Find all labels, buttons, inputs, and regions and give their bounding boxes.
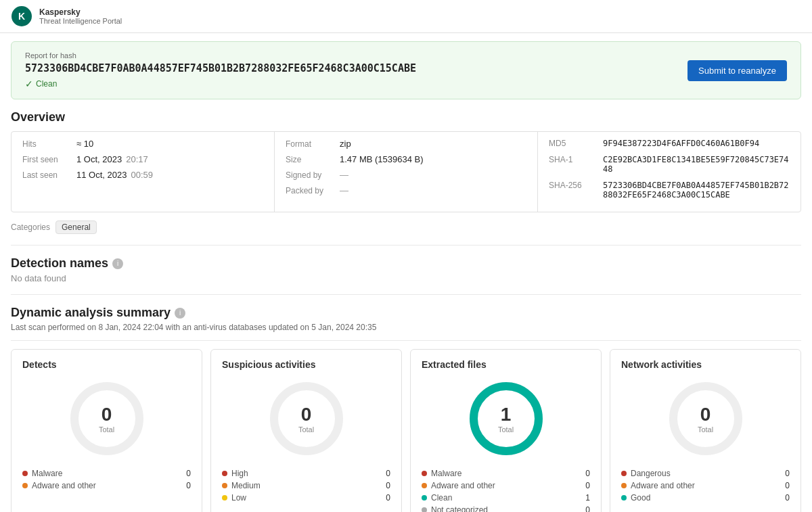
packed-label: Packed by <box>286 186 340 195</box>
legend-item-detects-0: Malware 0 <box>22 469 191 478</box>
donut-label-suspicious: Total <box>298 425 314 434</box>
dynamic-info-icon[interactable]: i <box>175 308 185 319</box>
sha256-value: 5723306BD4CBE7F0AB0A44857EF745B01B2B7288… <box>603 181 790 200</box>
donut-wrap-suspicious: 0 Total <box>266 378 347 459</box>
categories-row: Categories General <box>11 220 801 234</box>
overview-grid: Hits ≈ 10 First seen 1 Oct, 2023 20:17 L… <box>11 131 801 212</box>
status-text: Clean <box>36 79 57 89</box>
donut-container-suspicious: 0 Total <box>222 378 390 459</box>
overview-hits-row: Hits ≈ 10 <box>22 139 263 149</box>
format-label: Format <box>286 139 340 149</box>
format-value: zip <box>340 139 351 149</box>
categories-label: Categories <box>11 223 50 232</box>
legend-item-network-0: Dangerous 0 <box>621 469 790 478</box>
donut-label-detects: Total <box>99 425 114 434</box>
legend-item-extracted-2: Clean 1 <box>422 493 590 503</box>
donut-container-extracted: 1 Total <box>422 378 590 459</box>
legend-extracted: Malware 0 Adware and other 0 Clean <box>422 469 590 512</box>
donut-number-suspicious: 0 <box>298 404 314 425</box>
hits-label: Hits <box>22 139 76 149</box>
header-brand: Kaspersky <box>39 7 122 17</box>
legend-name-network-0: Dangerous <box>631 469 671 478</box>
overview-md5-row: MD5 9F94E387223D4F6AFFD0C460A61B0F94 <box>549 139 790 148</box>
legend-item-extracted-0: Malware 0 <box>422 469 590 478</box>
donut-label-extracted: Total <box>498 425 514 434</box>
category-tag-general: General <box>55 220 97 234</box>
size-label: Size <box>286 155 340 164</box>
firstseen-time: 20:17 <box>126 154 148 164</box>
donut-number-network: 0 <box>698 404 713 425</box>
legend-dot-network-0 <box>621 471 627 476</box>
legend-left-extracted-1: Adware and other <box>422 481 495 490</box>
donut-center-detects: 0 Total <box>99 404 114 434</box>
legend-count-network-1: 0 <box>785 481 790 490</box>
card-suspicious: Suspicious activities 0 Total High <box>210 349 402 512</box>
legend-left-extracted-0: Malware <box>422 469 461 478</box>
overview-lastseen-row: Last seen 11 Oct, 2023 00:59 <box>22 170 263 180</box>
legend-item-suspicious-0: High 0 <box>222 469 390 478</box>
detection-info-icon[interactable]: i <box>112 258 123 269</box>
legend-item-suspicious-2: Low 0 <box>222 493 390 503</box>
legend-count-extracted-2: 1 <box>585 493 590 503</box>
overview-title: Overview <box>11 110 801 124</box>
donut-number-detects: 0 <box>99 404 114 425</box>
legend-dot-extracted-2 <box>422 495 427 501</box>
legend-count-network-0: 0 <box>785 469 790 478</box>
report-hash: 5723306BD4CBE7F0AB0A44857EF745B01B2B7288… <box>25 62 416 74</box>
overview-col-left: Hits ≈ 10 First seen 1 Oct, 2023 20:17 L… <box>12 132 274 212</box>
legend-left-suspicious-0: High <box>222 469 248 478</box>
submit-reanalyze-button[interactable]: Submit to reanalyze <box>687 60 787 81</box>
legend-count-suspicious-1: 0 <box>386 481 390 490</box>
firstseen-label: First seen <box>22 155 76 164</box>
signed-label: Signed by <box>286 170 340 180</box>
legend-dot-network-2 <box>621 495 627 501</box>
overview-sha256-row: SHA-256 5723306BD4CBE7F0AB0A44857EF745B0… <box>549 181 790 200</box>
legend-count-extracted-3: 0 <box>585 505 590 512</box>
sha1-label: SHA-1 <box>549 155 603 164</box>
legend-name-extracted-3: Not categorized <box>431 505 488 512</box>
legend-item-detects-1: Adware and other 0 <box>22 481 191 490</box>
legend-left-suspicious-2: Low <box>222 493 246 503</box>
header-subtitle: Threat Intelligence Portal <box>39 17 122 25</box>
overview-signed-row: Signed by — <box>286 170 526 180</box>
overview-size-row: Size 1.47 MB (1539634 B) <box>286 154 526 164</box>
legend-left-suspicious-1: Medium <box>222 481 261 490</box>
legend-count-detects-1: 0 <box>186 481 191 490</box>
legend-left-extracted-3: Not categorized <box>422 505 488 512</box>
report-label: Report for hash <box>25 51 416 60</box>
card-title-network: Network activities <box>621 359 790 370</box>
legend-left-network-1: Adware and other <box>621 481 695 490</box>
legend-left-network-0: Dangerous <box>621 469 671 478</box>
donut-container-network: 0 Total <box>621 378 790 459</box>
dynamic-title: Dynamic analysis summary <box>11 306 171 320</box>
legend-name-network-2: Good <box>631 493 650 503</box>
legend-suspicious: High 0 Medium 0 Low <box>222 469 390 503</box>
kaspersky-logo: K <box>11 5 32 27</box>
legend-name-suspicious-0: High <box>231 469 248 478</box>
legend-left-detects-0: Malware <box>22 469 62 478</box>
legend-item-network-1: Adware and other 0 <box>621 481 790 490</box>
detection-title-row: Detection names i <box>11 256 801 271</box>
card-title-suspicious: Suspicious activities <box>222 359 390 370</box>
legend-left-network-2: Good <box>621 493 650 503</box>
hits-value: ≈ 10 <box>76 139 93 149</box>
legend-count-suspicious-2: 0 <box>386 493 390 503</box>
legend-name-extracted-0: Malware <box>431 469 461 478</box>
sha1-value: C2E92BCA3D1FE8C1341BE5E59F720845C73E7448 <box>603 155 790 174</box>
packed-value: — <box>340 185 348 195</box>
cards-row: Detects 0 Total Malware <box>11 349 801 512</box>
legend-dot-suspicious-1 <box>222 483 227 488</box>
legend-item-network-2: Good 0 <box>621 493 790 503</box>
legend-dot-detects-1 <box>22 483 28 488</box>
detection-no-data: No data found <box>11 273 801 283</box>
signed-value: — <box>340 170 348 180</box>
legend-name-suspicious-2: Low <box>231 493 246 503</box>
donut-number-extracted: 1 <box>498 404 514 425</box>
card-title-extracted: Extracted files <box>422 359 590 370</box>
detection-title: Detection names <box>11 256 108 271</box>
legend-count-extracted-1: 0 <box>585 481 590 490</box>
donut-center-network: 0 Total <box>698 404 713 434</box>
legend-network: Dangerous 0 Adware and other 0 Good <box>621 469 790 503</box>
legend-item-suspicious-1: Medium 0 <box>222 481 390 490</box>
legend-left-detects-1: Adware and other <box>22 481 96 490</box>
